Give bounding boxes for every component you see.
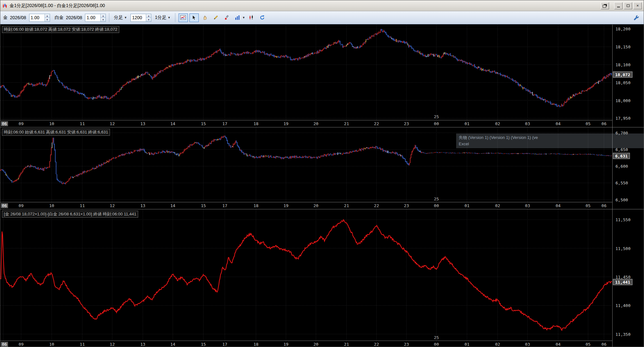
gold-label: 金	[3, 15, 8, 20]
chart-region: 時刻:06:00 始値:18,072 高値:18,072 安値:18,072 終…	[0, 25, 644, 347]
bar-chart-icon[interactable]	[233, 13, 242, 22]
x-axis-label: 13	[140, 203, 146, 208]
y-axis-label: 18,200	[615, 27, 631, 31]
last-price-badge: 6,631	[613, 153, 630, 159]
date-marker: 25	[434, 335, 439, 340]
x-axis-label: 21	[344, 342, 349, 347]
y-axis-gutter: 6,7006,6506,6006,5506,5006,631	[612, 127, 644, 209]
x-axis-label: 12	[110, 342, 115, 347]
timeframe-dropdown[interactable]: 1分足▼	[154, 14, 172, 21]
x-axis-label: 15	[201, 342, 206, 347]
y-axis-label: 6,650	[615, 147, 628, 152]
x-axis-label: 21	[344, 121, 349, 126]
hand-icon[interactable]	[200, 13, 210, 22]
pointer-icon[interactable]	[189, 13, 199, 22]
x-axis-label: 10	[49, 121, 54, 126]
x-axis-label: 11	[80, 121, 85, 126]
x-axis-label: 01	[464, 342, 470, 347]
platinum-mult-up-icon[interactable]: ▲	[101, 14, 105, 18]
y-axis-label: 18,100	[615, 62, 631, 67]
x-axis-label: 15	[201, 203, 206, 208]
x-axis-label: 09	[19, 342, 24, 347]
x-axis-label: 17	[222, 203, 227, 208]
platinum-ohlc-readout: 時刻:06:00 始値:6,631 高値:6,631 安値:6,631 終値:6…	[2, 129, 110, 136]
x-axis-label: 00	[434, 121, 439, 126]
x-axis-label: 22	[374, 203, 379, 208]
y-axis-label: 6,600	[615, 164, 628, 169]
platinum-multiplier-input[interactable]	[85, 14, 100, 21]
x-axis-label: 14	[170, 342, 175, 347]
x-axis-label: 23	[404, 342, 409, 347]
x-axis-label: 05	[586, 203, 591, 208]
x-axis-label: 13	[140, 121, 146, 126]
y-axis-label: 6,700	[615, 130, 628, 135]
x-axis-label: 23	[404, 203, 409, 208]
x-axis-label: 01	[464, 203, 470, 208]
y-axis-label: 6,550	[615, 181, 628, 185]
x-axis-label: 05	[586, 121, 591, 126]
platinum-price-plot[interactable]	[0, 127, 612, 202]
x-axis-label: 11	[80, 342, 85, 347]
pencil-icon[interactable]	[211, 13, 221, 22]
minimize-button[interactable]	[614, 2, 623, 9]
gold-price-plot[interactable]	[0, 25, 612, 120]
platinum-contract-month: 2026/08	[66, 15, 82, 20]
x-axis-label: 12	[110, 121, 115, 126]
x-axis-label: 19	[283, 121, 289, 126]
platinum-label: 白金	[55, 15, 64, 20]
interval-dropdown[interactable]: 分足▼	[113, 14, 128, 21]
x-axis-label: 02	[495, 203, 500, 208]
window-title: 金1分足[2026/08]1.00 - 白金1分足[2026/08]1.00	[10, 3, 105, 9]
x-axis-label: 06	[601, 121, 606, 126]
toolbar: 金 2026/08 ▲▼ 白金 2026/08 ▲▼ 分足▼ ▲▼ 1分足▼ ▼	[0, 11, 644, 24]
bar-count-up-icon[interactable]: ▲	[146, 14, 151, 18]
x-axis-label: 00	[434, 203, 439, 208]
refresh-icon[interactable]	[258, 13, 267, 22]
brush-icon[interactable]	[222, 13, 231, 22]
y-axis-gutter: 18,20018,15018,10018,05018,00017,95018,0…	[612, 25, 644, 127]
chevron-down-icon: ▼	[124, 16, 127, 19]
x-axis-label: 12	[110, 203, 115, 208]
x-axis-label: 11	[80, 203, 85, 208]
maximize-button[interactable]	[624, 2, 632, 9]
x-axis-label: 21	[344, 203, 349, 208]
bar-count-input[interactable]	[131, 14, 146, 21]
x-axis-label: 10	[49, 342, 54, 347]
bar-count-down-icon[interactable]: ▼	[146, 18, 151, 21]
y-axis-label: 18,050	[615, 80, 631, 85]
x-axis-label: 02	[495, 342, 500, 347]
spread-plot[interactable]	[0, 209, 612, 341]
spread-formula-readout: [金 26/08 18,072×1.00]-[白金 26/08 6,631×1.…	[2, 211, 138, 218]
x-axis-label: 14	[170, 203, 175, 208]
x-axis-label: 02	[495, 121, 500, 126]
close-button[interactable]: ×	[633, 2, 642, 9]
platinum-chart-panel[interactable]: 時刻:06:00 始値:6,631 高値:6,631 安値:6,631 終値:6…	[0, 127, 644, 209]
x-axis-label: 03	[525, 203, 530, 208]
titlebar[interactable]: 金1分足[2026/08]1.00 - 白金1分足[2026/08]1.00 ×	[0, 0, 644, 11]
chevron-down-icon[interactable]: ▼	[242, 16, 245, 19]
wrench-icon[interactable]	[631, 13, 641, 22]
x-axis-label: 19	[283, 203, 289, 208]
gold-mult-up-icon[interactable]: ▲	[45, 14, 50, 18]
platinum-multiplier-stepper: ▲▼	[85, 14, 106, 22]
platinum-mult-down-icon[interactable]: ▼	[101, 18, 105, 21]
y-axis-label: 18,000	[615, 98, 631, 103]
y-axis-label: 11,500	[615, 246, 631, 251]
x-axis-label: 22	[374, 342, 379, 347]
x-axis: 0609101112131415171819202122230001020304…	[0, 202, 612, 209]
x-axis-label: 04	[556, 121, 561, 126]
float-window-button[interactable]	[601, 2, 609, 9]
gold-mult-down-icon[interactable]: ▼	[45, 18, 50, 21]
x-axis-label: 10	[49, 203, 54, 208]
x-axis-label: 04	[556, 203, 561, 208]
date-marker: 25	[434, 197, 439, 201]
x-axis-label: 20	[314, 342, 319, 347]
candlestick-icon[interactable]	[247, 13, 256, 22]
x-axis-label: 04	[556, 342, 561, 347]
bar-count-stepper: ▲▼	[130, 14, 151, 22]
gold-multiplier-input[interactable]	[29, 14, 45, 21]
spread-chart-panel[interactable]: [金 26/08 18,072×1.00]-[白金 26/08 6,631×1.…	[0, 209, 644, 347]
date-marker: 25	[434, 114, 439, 119]
chart-settings-icon[interactable]	[179, 13, 188, 22]
gold-chart-panel[interactable]: 時刻:06:00 始値:18,072 高値:18,072 安値:18,072 終…	[0, 25, 644, 127]
